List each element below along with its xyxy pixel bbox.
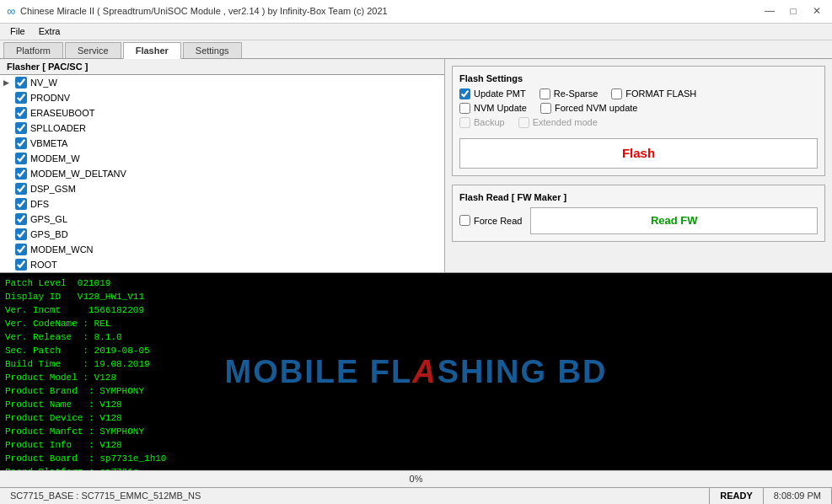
flash-read-title: Flash Read [ FW Maker ] [459, 192, 818, 202]
console-line: Product Name : V128 [5, 398, 827, 411]
console-line: Board Platform : sp7731e [5, 465, 827, 470]
flash-read-group: Flash Read [ FW Maker ] Force Read Read … [452, 185, 825, 242]
file-name-label: MODEM_W_DELTANV [30, 169, 126, 179]
file-list-item[interactable]: ROOT [0, 257, 444, 272]
file-checkbox[interactable] [15, 77, 27, 88]
file-list-item[interactable]: SPLLOADER [0, 121, 444, 136]
file-name-label: DSP_GSM [30, 184, 76, 194]
file-name-label: NV_W [30, 78, 57, 88]
extended-mode-label: Extended mode [533, 117, 598, 127]
file-list-item[interactable]: MODEM_WCN [0, 242, 444, 257]
console-line: Display ID V128_HW1_V11 [5, 290, 827, 303]
title-text: Chinese Miracle II ( Spreadtrum/UniSOC M… [20, 6, 388, 16]
forced-nvm-checkbox[interactable] [540, 103, 551, 114]
file-checkbox[interactable] [15, 107, 27, 119]
console-line: Sec. Patch : 2019-08-05 [5, 344, 827, 357]
file-checkbox[interactable] [15, 137, 27, 149]
flash-settings-title: Flash Settings [459, 73, 818, 83]
file-checkbox[interactable] [15, 259, 27, 271]
menu-file[interactable]: File [3, 24, 32, 38]
app-icon: ∞ [7, 4, 15, 18]
file-list-item[interactable]: GPS_GL [0, 212, 444, 227]
console-line: Product Board : sp7731e_1h10 [5, 452, 827, 465]
console-line: Build Time : 19.08.2019 [5, 357, 827, 371]
force-read-label: Force Read [474, 216, 522, 226]
close-button[interactable]: ✕ [808, 3, 825, 19]
progress-bar-area: 0% [0, 470, 832, 487]
file-checkbox[interactable] [15, 244, 27, 255]
nvm-update-checkbox[interactable] [459, 103, 470, 114]
window-controls: — □ ✕ [761, 3, 825, 19]
maximize-button[interactable]: □ [785, 3, 802, 19]
menu-extra[interactable]: Extra [32, 24, 67, 38]
file-name-label: SPLLOADER [30, 123, 86, 133]
file-name-label: DFS [30, 199, 49, 209]
menu-bar: File Extra [0, 24, 832, 40]
status-bar: SC7715_BASE : SC7715_EMMC_512MB_NS READY… [0, 487, 832, 504]
extended-mode-checkbox[interactable] [518, 117, 529, 128]
file-name-label: MODEM_WCN [30, 244, 94, 255]
file-checkbox[interactable] [15, 198, 27, 210]
format-flash-checkbox[interactable] [611, 88, 622, 99]
console-line: Product Model : V128 [5, 371, 827, 384]
flash-settings-group: Flash Settings Update PMT Re-Sparse FORM… [452, 66, 825, 176]
tab-settings[interactable]: Settings [183, 42, 242, 58]
console-line: Product Device : V128 [5, 411, 827, 425]
file-checkbox[interactable] [15, 183, 27, 195]
file-checkbox[interactable] [15, 228, 27, 240]
tab-service[interactable]: Service [65, 42, 121, 58]
file-list-item[interactable]: VBMETA [0, 136, 444, 151]
file-list-item[interactable]: PRODNV [0, 90, 444, 105]
console-line: Product Brand : SYMPHONY [5, 384, 827, 398]
backup-label: Backup [474, 117, 505, 127]
format-flash-label: FORMAT FLASH [625, 88, 696, 99]
file-list-item[interactable]: DFS [0, 196, 444, 212]
tab-platform[interactable]: Platform [3, 42, 63, 58]
console-line: Ver. CodeName : REL [5, 317, 827, 330]
file-checkbox[interactable] [15, 92, 27, 104]
file-name-label: ERASEUBOOT [30, 108, 94, 118]
console-line: Ver. Incmt 1566182209 [5, 303, 827, 317]
flash-button[interactable]: Flash [459, 138, 818, 169]
update-pmt-checkbox[interactable] [459, 88, 470, 99]
file-checkbox[interactable] [15, 168, 27, 180]
file-name-label: VBMETA [30, 138, 67, 148]
file-list-item[interactable]: MODEM_W_DELTANV [0, 166, 444, 181]
file-list-item[interactable]: ▶NV_W [0, 75, 444, 90]
console-line: Product Info : V128 [5, 438, 827, 452]
flasher-file-list-panel: Flasher [ PAC/SC ] ▶NV_W PRODNV ERASEUBO… [0, 59, 445, 272]
expand-arrow-icon: ▶ [3, 78, 15, 87]
re-sparse-label: Re-Sparse [554, 88, 599, 99]
file-name-label: PRODNV [30, 93, 70, 103]
file-checkbox[interactable] [15, 122, 27, 134]
flasher-panel-title: Flasher [ PAC/SC ] [0, 59, 444, 75]
update-pmt-label: Update PMT [474, 88, 526, 99]
file-list-item[interactable]: GPS_BD [0, 227, 444, 242]
file-name-label: ROOT [30, 260, 57, 270]
tab-flasher[interactable]: Flasher [123, 42, 181, 59]
file-list-item[interactable]: MODEM_W [0, 151, 444, 166]
force-read-checkbox[interactable] [459, 215, 470, 226]
file-list-item[interactable]: DSP_GSM [0, 181, 444, 196]
progress-text: 0% [410, 474, 423, 484]
console-line: Patch Level 021019 [5, 276, 827, 290]
read-fw-button[interactable]: Read FW [530, 207, 818, 234]
file-list[interactable]: ▶NV_W PRODNV ERASEUBOOT SPLLOADER VBMETA… [0, 75, 444, 272]
status-time: 8:08:09 PM [764, 488, 832, 504]
status-ready: READY [710, 488, 764, 504]
title-bar: ∞ Chinese Miracle II ( Spreadtrum/UniSOC… [0, 0, 832, 24]
re-sparse-checkbox[interactable] [539, 88, 550, 99]
console-line: Product Manfct : SYMPHONY [5, 425, 827, 438]
console-line: Ver. Release : 8.1.0 [5, 330, 827, 344]
file-checkbox[interactable] [15, 213, 27, 225]
file-checkbox[interactable] [15, 153, 27, 164]
file-list-item[interactable]: ERASEUBOOT [0, 105, 444, 121]
tab-bar: Platform Service Flasher Settings [0, 40, 832, 59]
forced-nvm-label: Forced NVM update [555, 103, 637, 113]
console-output: MOBILE FLASHING BD Patch Level 021019Dis… [0, 273, 832, 470]
backup-checkbox[interactable] [459, 117, 470, 128]
file-name-label: GPS_BD [30, 229, 68, 239]
minimize-button[interactable]: — [761, 3, 778, 19]
file-name-label: GPS_GL [30, 214, 67, 224]
nvm-update-label: NVM Update [474, 103, 527, 113]
